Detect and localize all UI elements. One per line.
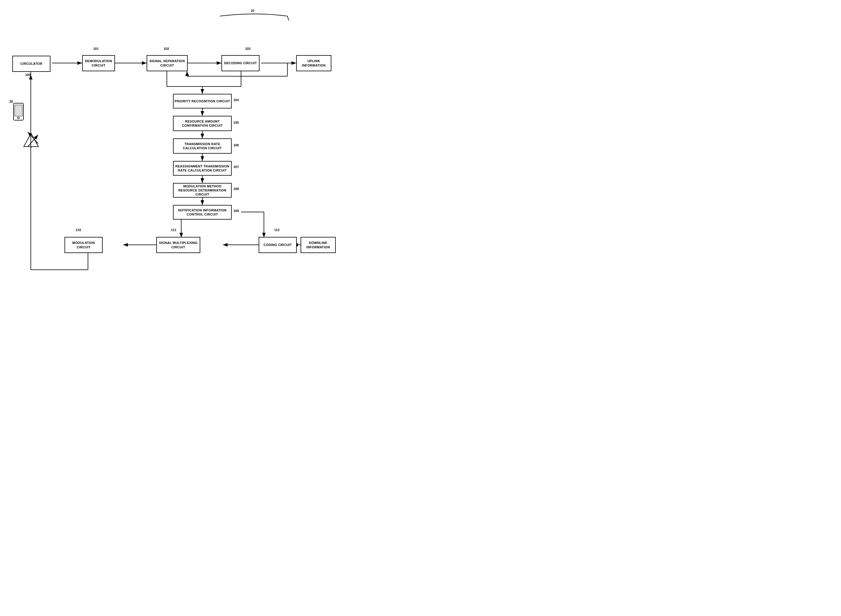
ref-109-label: 109 <box>233 209 239 213</box>
ref-102-label: 102 <box>164 47 169 50</box>
svg-rect-35 <box>15 105 22 116</box>
modulation-method-box: MODULATION METHOD RESOURCE DETERMINATION… <box>173 183 232 198</box>
signal-separation-box: SIGNAL SEPARATION CIRCUIT <box>147 55 188 71</box>
reassignment-box: REASSIGNMENT TRANSMISSION RATE CALCULATI… <box>173 161 232 176</box>
modulation-circuit-box: MODULATION CIRCUIT <box>65 237 103 253</box>
ref-106-label: 106 <box>233 143 239 147</box>
circulator-box: CIRCULATOR <box>12 56 50 72</box>
svg-line-33 <box>288 16 289 21</box>
resource-amount-box: RESOURCE AMOUNT CONFIRMATION CIRCUIT <box>173 116 232 131</box>
downlink-box: DOWNLINK INFORMATION <box>301 237 336 253</box>
ref-104-label: 104 <box>233 98 239 102</box>
decoding-box: DECODING CIRCUIT <box>222 55 260 71</box>
antenna-icon <box>22 132 40 148</box>
ref-108-label: 108 <box>233 187 239 191</box>
ref-105-label: 105 <box>233 121 239 124</box>
notification-box: NOTIFICATION INFORMATION CONTROL CIRCUIT <box>173 205 232 220</box>
ref-103-label: 103 <box>245 47 250 50</box>
ref-10-label: 10 <box>251 9 254 12</box>
coding-box: CODING CIRCUIT <box>258 237 297 253</box>
ref-107-label: 107 <box>233 165 239 169</box>
ref-112-label: 112 <box>274 228 279 232</box>
signal-multiplexing-box: SIGNAL MULTIPLEXING CIRCUIT <box>156 237 200 253</box>
ref-110-label: 110 <box>76 228 81 232</box>
ref-111-label: 111 <box>171 228 176 232</box>
priority-box: PRIORITY RECOGNITION CIRCUIT <box>173 94 232 109</box>
ref-100-label: 100 <box>25 73 31 76</box>
ref-101-label: 101 <box>93 47 98 50</box>
phone-icon <box>11 103 26 126</box>
demodulation-box: DEMODULATION CIRCUIT <box>82 55 115 71</box>
uplink-box: UPLINK INFORMATION <box>296 55 331 71</box>
transmission-rate-box: TRANSMISSION RATE CALCULATION CIRCUIT <box>173 138 232 154</box>
svg-marker-37 <box>24 133 38 147</box>
